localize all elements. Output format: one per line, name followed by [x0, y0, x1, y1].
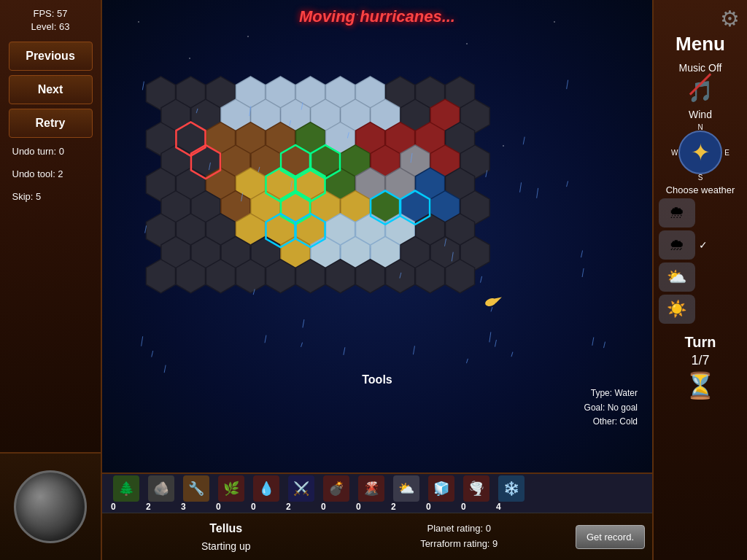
tool-water-icon: 💧: [253, 475, 279, 502]
weather-option-sunny[interactable]: ☀️: [659, 295, 743, 324]
svg-line-30: [481, 276, 482, 283]
music-icon[interactable]: 🎵: [682, 77, 719, 106]
planet-rating: Planet rating: 0: [342, 521, 575, 537]
tools-bar: 🌲 0 🪨 2 🔧 3 🌿 0 💧 0 ⚔️ 2 💣 0 🌋 0 ⛅ 2 🧊 0…: [102, 474, 652, 513]
tool-count-9: 0: [426, 502, 431, 512]
tool-item-4[interactable]: 💧 0: [249, 475, 283, 512]
tool-count-11: 4: [496, 502, 501, 512]
music-note-icon: 🎵: [688, 79, 713, 104]
tool-count-6: 0: [321, 502, 326, 512]
turn-label: Turn: [685, 334, 716, 351]
tool-wrench-icon: 🔧: [183, 475, 209, 502]
tool-count-3: 0: [216, 502, 221, 512]
tool-count-2: 3: [181, 502, 186, 512]
svg-line-31: [164, 365, 166, 373]
choose-weather-label: Choose weather: [666, 184, 735, 195]
next-button[interactable]: Next: [9, 75, 93, 104]
bottom-left-panel: [0, 452, 102, 560]
svg-line-36: [489, 332, 491, 342]
tool-cloud-icon: ⛅: [393, 475, 419, 502]
svg-line-59: [265, 335, 266, 343]
snow-icon: 🌨: [659, 198, 695, 228]
terraform-rating: Terraform rating: 9: [342, 537, 575, 552]
tool-ice-icon: 🧊: [428, 475, 454, 502]
svg-line-28: [592, 338, 594, 346]
svg-line-57: [511, 352, 513, 357]
svg-line-60: [567, 181, 568, 187]
ratings: Planet rating: 0 Terraform rating: 9: [342, 521, 575, 552]
compass-s: S: [698, 174, 703, 182]
tool-item-5[interactable]: ⚔️ 2: [285, 475, 318, 512]
tool-item-0[interactable]: 🌲 0: [109, 475, 143, 512]
info-section: Tellus Starting up Planet rating: 0 Terr…: [102, 513, 652, 560]
tool-bomb-icon: 💣: [323, 475, 349, 502]
tool-count-10: 0: [461, 502, 466, 512]
weather-option-snow[interactable]: 🌨: [659, 198, 743, 228]
tool-item-8[interactable]: ⛅ 2: [390, 475, 423, 512]
svg-line-55: [142, 82, 144, 90]
svg-line-35: [604, 342, 605, 348]
compass-w: W: [671, 149, 678, 157]
rain-check: ✓: [699, 239, 708, 251]
retry-button[interactable]: Retry: [9, 109, 93, 138]
tool-rock-icon: 🪨: [148, 475, 174, 502]
svg-line-40: [567, 80, 568, 89]
svg-line-29: [142, 336, 143, 346]
other-label: Other: Cold: [584, 415, 638, 429]
level-text: Level: 63: [31, 20, 70, 34]
svg-line-47: [152, 351, 153, 357]
svg-line-50: [301, 343, 303, 347]
tool-item-9[interactable]: 🧊 0: [425, 475, 458, 512]
planet-name: Tellus: [109, 519, 342, 538]
sunny-icon: ☀️: [659, 295, 695, 324]
tool-item-2[interactable]: 🔧 3: [179, 475, 213, 512]
turn-section: Turn 1/7 ⏳: [684, 334, 716, 408]
hex-grid[interactable]: [102, 0, 652, 472]
get-record-button[interactable]: Get record.: [576, 525, 645, 549]
weather-option-cloudy[interactable]: ⛅: [659, 262, 743, 292]
cloudy-icon: ⛅: [659, 262, 695, 292]
tool-tree-icon: 🌲: [113, 475, 139, 502]
svg-line-44: [344, 347, 345, 355]
weather-option-rain[interactable]: 🌧 ✓: [659, 230, 743, 260]
type-label: Type: Water: [584, 386, 638, 400]
svg-line-58: [413, 346, 414, 354]
tool-item-6[interactable]: 💣 0: [320, 475, 353, 512]
tool-count-0: 0: [111, 502, 116, 512]
svg-line-51: [523, 137, 525, 145]
tools-label: Tools: [362, 373, 392, 386]
previous-button[interactable]: Previous: [9, 42, 93, 71]
music-label: Music Off: [679, 62, 722, 74]
menu-title[interactable]: Menu: [676, 33, 725, 55]
tool-item-11[interactable]: ❄️ 4: [495, 475, 528, 512]
undo-tool-info: Undo tool: 2: [9, 164, 93, 184]
tool-item-1[interactable]: 🪨 2: [144, 475, 178, 512]
game-area[interactable]: Moving hurricanes... Type: Water Goal: N…: [102, 0, 652, 472]
rain-icon: 🌧: [659, 230, 695, 260]
left-sidebar: FPS: 57 Level: 63 Previous Next Retry Un…: [0, 0, 102, 452]
compass: [678, 131, 722, 174]
planet-globe: [14, 470, 87, 543]
wind-label: Wind: [689, 109, 712, 120]
fps-level-display: FPS: 57 Level: 63: [31, 7, 70, 34]
tool-snow-icon: ❄️: [498, 475, 525, 502]
goal-label: Goal: No goal: [584, 401, 638, 415]
tool-count-8: 2: [391, 502, 396, 512]
tool-count-1: 2: [146, 502, 151, 512]
svg-line-54: [303, 319, 304, 327]
svg-line-32: [491, 307, 492, 311]
tool-item-7[interactable]: 🌋 0: [355, 475, 388, 512]
tool-count-4: 0: [251, 502, 256, 512]
tool-storm-icon: 🌪️: [463, 475, 489, 502]
svg-line-46: [582, 268, 584, 277]
gear-icon[interactable]: ⚙: [720, 6, 740, 31]
tool-item-3[interactable]: 🌿 0: [214, 475, 248, 512]
planet-info: Tellus Starting up: [109, 519, 342, 554]
svg-line-48: [495, 340, 496, 347]
hourglass-icon: ⏳: [684, 370, 716, 400]
skip-info: Skip: 5: [9, 187, 93, 206]
type-info: Type: Water Goal: No goal Other: Cold: [584, 386, 638, 429]
planet-status: Starting up: [109, 538, 342, 554]
compass-n: N: [697, 123, 703, 131]
tool-item-10[interactable]: 🌪️ 0: [460, 475, 493, 512]
